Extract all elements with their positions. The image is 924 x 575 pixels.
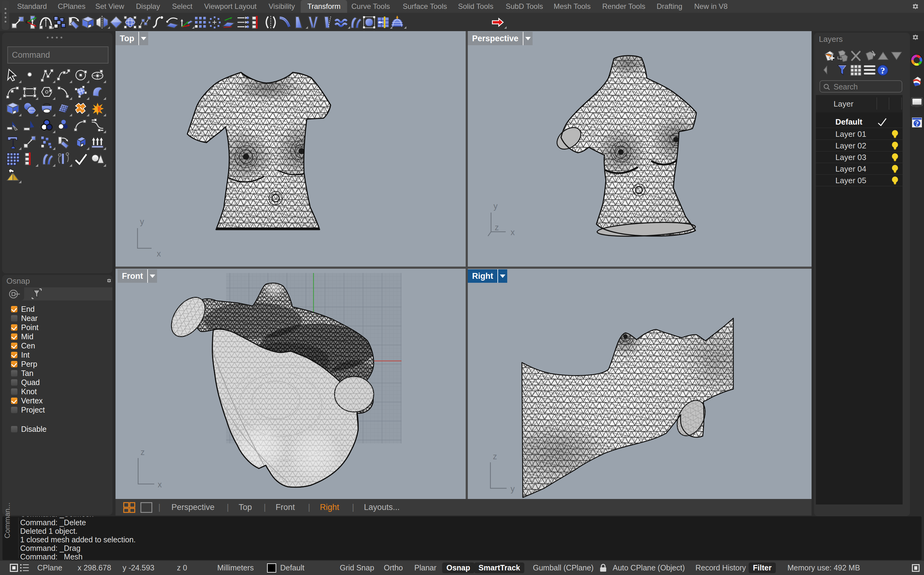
svg-text:z: z [495, 223, 499, 232]
svg-text:y: y [140, 217, 144, 226]
svg-text:y: y [494, 202, 498, 211]
svg-text:x: x [158, 480, 162, 489]
svg-text:x: x [157, 249, 161, 258]
svg-text:?: ? [881, 65, 885, 75]
svg-text:y: y [511, 484, 515, 494]
svg-text:z: z [493, 452, 497, 461]
svg-text:z: z [140, 448, 145, 457]
svg-text:x: x [511, 228, 515, 237]
svg-text:?: ? [915, 120, 919, 128]
